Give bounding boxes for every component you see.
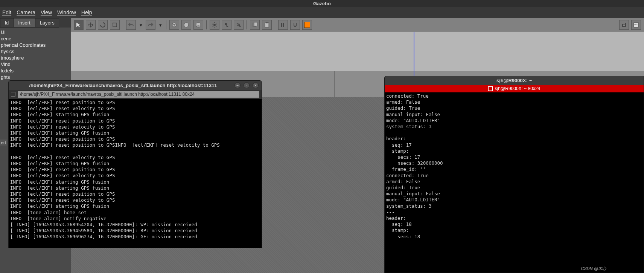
- scale-tool-icon[interactable]: [110, 20, 120, 30]
- terminal-2-tabbar: sjh@R9000X: ~ 80x24: [385, 85, 644, 92]
- svg-rect-10: [266, 22, 268, 23]
- camera-icon[interactable]: [619, 20, 629, 30]
- svg-point-1: [184, 23, 189, 27]
- terminal-1-titlebar[interactable]: /home/sjh/PX4_Firmware/launch/mavros_pos…: [9, 81, 262, 90]
- magnet-icon[interactable]: [290, 20, 300, 30]
- tree-item-lights[interactable]: ghts: [0, 74, 71, 80]
- snap-icon[interactable]: [278, 20, 288, 30]
- menu-bar: Edit Camera View Window Help: [0, 7, 644, 18]
- rotate-tool-icon[interactable]: [98, 20, 108, 30]
- toolbar: ▾ ▾ LOG: [71, 18, 644, 32]
- terminal-2-titlebar[interactable]: sjh@R9000X: ~: [385, 76, 644, 85]
- select-tool-icon[interactable]: [74, 20, 84, 30]
- cylinder-shape-icon[interactable]: [193, 20, 203, 30]
- sidebar-tab-world[interactable]: ld: [0, 18, 13, 28]
- terminal-1-tabbar: /home/sjh/PX4_Firmware/launch/mavros_pos…: [9, 90, 262, 99]
- directional-light-icon[interactable]: [234, 20, 244, 30]
- side-dock-tab[interactable]: ert: [0, 140, 7, 146]
- copy-icon[interactable]: [250, 20, 260, 30]
- tree-item-scene[interactable]: cene: [0, 35, 71, 42]
- terminal-window-2[interactable]: sjh@R9000X: ~ sjh@R9000X: ~ 80x24 connec…: [384, 76, 644, 273]
- terminal-1-tab[interactable]: /home/sjh/PX4_Firmware/launch/mavros_pos…: [18, 91, 259, 98]
- maximize-icon[interactable]: ▫: [244, 82, 250, 88]
- sidebar-tabs: ld Insert Layers: [0, 18, 71, 28]
- svg-text:LOG: LOG: [634, 23, 638, 26]
- paste-icon[interactable]: [262, 20, 272, 30]
- terminal-split-icon[interactable]: [11, 92, 15, 97]
- svg-point-4: [196, 26, 200, 27]
- sidebar-tab-insert[interactable]: Insert: [13, 18, 35, 28]
- app-title: Gazebo: [0, 0, 644, 7]
- terminal-1-title: /home/sjh/PX4_Firmware/launch/mavros_pos…: [12, 83, 234, 88]
- tree-item-models[interactable]: lodels: [0, 67, 71, 74]
- watermark-text: CSDN @木心: [581, 266, 606, 271]
- svg-rect-15: [625, 23, 626, 24]
- terminal-2-title: sjh@R9000X: ~: [388, 78, 641, 83]
- menu-window[interactable]: Window: [57, 9, 76, 15]
- tree-item-wind[interactable]: Vind: [0, 61, 71, 67]
- svg-point-6: [225, 23, 227, 25]
- move-tool-icon[interactable]: [86, 20, 96, 30]
- box-shape-icon[interactable]: [169, 20, 179, 30]
- terminal-window-1[interactable]: /home/sjh/PX4_Firmware/launch/mavros_pos…: [8, 80, 262, 248]
- terminal-1-body[interactable]: INFO [ecl/EKF] reset position to GPS INF…: [9, 99, 262, 248]
- menu-edit[interactable]: Edit: [2, 9, 11, 15]
- tree-item-atmosphere[interactable]: tmosphere: [0, 55, 71, 61]
- close-icon[interactable]: ×: [253, 82, 259, 88]
- redo-dropdown-icon[interactable]: ▾: [158, 20, 163, 30]
- minimize-icon[interactable]: –: [234, 82, 241, 88]
- svg-rect-11: [281, 23, 282, 27]
- sky-area: [71, 32, 644, 71]
- tree-item-physics[interactable]: hysics: [0, 48, 71, 55]
- terminal-split-icon[interactable]: [488, 86, 493, 91]
- svg-rect-8: [254, 22, 257, 26]
- svg-rect-0: [113, 23, 117, 27]
- undo-dropdown-icon[interactable]: ▾: [138, 20, 143, 30]
- svg-point-5: [213, 24, 216, 26]
- tree-item-sph[interactable]: pherical Coordinates: [0, 42, 71, 48]
- spot-light-icon[interactable]: [222, 20, 231, 30]
- sphere-shape-icon[interactable]: [181, 20, 191, 30]
- menu-help[interactable]: Help: [81, 9, 92, 15]
- menu-camera[interactable]: Camera: [17, 9, 35, 15]
- sidebar-tree: UI cene pherical Coordinates hysics tmos…: [0, 28, 71, 82]
- terminal-2-body[interactable]: connected: True armed: False guided: Tru…: [385, 92, 644, 273]
- svg-point-14: [623, 25, 625, 26]
- orange-tool-icon[interactable]: [302, 20, 312, 30]
- undo-icon[interactable]: [126, 20, 136, 30]
- menu-view[interactable]: View: [41, 9, 52, 15]
- sidebar-tab-layers[interactable]: Layers: [35, 18, 59, 28]
- terminal-2-tab[interactable]: sjh@R9000X: ~ 80x24: [495, 86, 540, 91]
- point-light-icon[interactable]: [210, 20, 219, 30]
- svg-rect-12: [283, 23, 284, 27]
- redo-icon[interactable]: [146, 20, 155, 30]
- log-icon[interactable]: LOG: [631, 20, 641, 30]
- tree-item-gui[interactable]: UI: [0, 29, 71, 35]
